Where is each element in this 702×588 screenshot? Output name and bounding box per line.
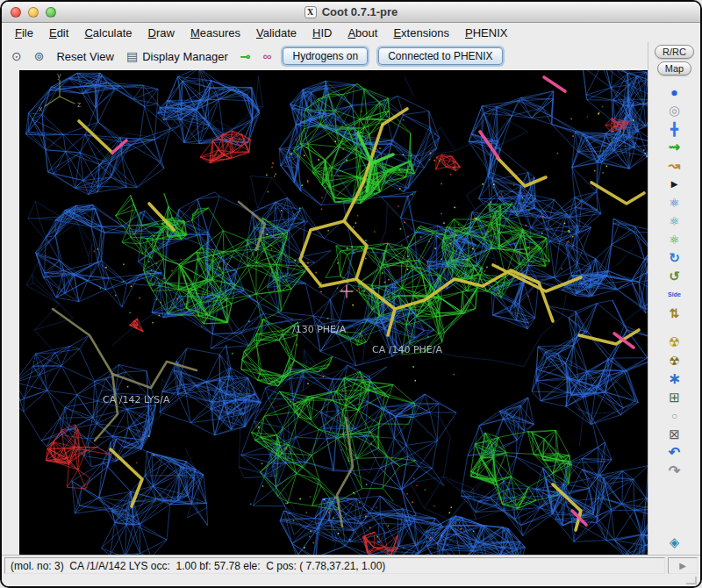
go-to-atom-icon: ⊸ xyxy=(240,50,251,62)
circled-ring-icon: ⊚ xyxy=(34,50,45,62)
circled-ring-icon-button[interactable]: ⊚ xyxy=(28,47,51,65)
menu-item-extensions[interactable]: Extensions xyxy=(385,25,457,41)
map-sphere-icon[interactable]: ● xyxy=(662,82,688,101)
connected-to-phenix-button[interactable]: Connected to PHENIX xyxy=(378,47,502,65)
menu-item-validate[interactable]: Validate xyxy=(248,25,304,41)
delete-item-icon[interactable]: ⊠ xyxy=(662,425,688,443)
mutate-icon[interactable]: ☢ xyxy=(662,333,688,351)
redo-icon[interactable]: ↷ xyxy=(662,462,688,480)
bottom-strip xyxy=(2,576,700,586)
real-space-refine-icon[interactable]: ⇝ xyxy=(662,138,688,156)
torsion-general-icon[interactable]: ↺ xyxy=(662,267,688,285)
map-button[interactable]: Map xyxy=(657,61,691,75)
canvas-row: /130 PHE/A CA /140 PHE/A CA /142 LYS/A xyxy=(2,70,648,555)
content-area: ⊙ ⊚ Reset View ▤ Display Manager ⊸ ∞ Hyd… xyxy=(2,42,700,555)
circled-dot-icon-button[interactable]: ⊙ xyxy=(5,47,28,65)
gl-canvas[interactable] xyxy=(19,70,648,555)
ligand-icon: ∞ xyxy=(263,50,272,62)
zoom-button[interactable] xyxy=(46,7,56,18)
menu-item-phenix[interactable]: PHENIX xyxy=(457,25,515,41)
menu-item-calculate[interactable]: Calculate xyxy=(76,25,140,41)
rotamers-icon[interactable]: ⚛ xyxy=(662,230,688,248)
left-gutter xyxy=(2,70,19,555)
window-controls xyxy=(11,7,56,18)
minimize-button[interactable] xyxy=(28,7,39,18)
menu-item-hid[interactable]: HID xyxy=(304,25,340,41)
window-title-area: X Coot 0.7.1-pre xyxy=(2,5,700,18)
add-alt-conf-icon[interactable]: ∗ xyxy=(662,369,688,388)
find-waters-icon[interactable]: ○ xyxy=(662,406,688,425)
atom-label-phe130: /130 PHE/A xyxy=(292,324,346,335)
hydrogens-toggle-button[interactable]: Hydrogens on xyxy=(283,47,368,65)
atom-label-lys142: CA /142 LYS/A xyxy=(103,394,170,405)
auto-fit-rotamer-icon[interactable]: ⚛ xyxy=(662,212,688,230)
menu-item-about[interactable]: About xyxy=(340,25,385,41)
undo-icon[interactable]: ↶ xyxy=(662,443,688,462)
atom-label-phe140: CA /140 PHE/A xyxy=(372,344,442,355)
display-manager-button[interactable]: ▤ Display Manager xyxy=(120,47,234,66)
screenshot-icon-button[interactable]: ◈ xyxy=(662,533,688,551)
modelling-icons-edit: ☢ ☢ ∗ ⊞ ○ ⊠ ↶ ↷ xyxy=(662,333,688,480)
close-button[interactable] xyxy=(11,7,21,18)
right-panel: R/RC Map ● ◎ ╋ ⇝ ↝ ▶ xyxy=(648,42,700,555)
add-atom-icon[interactable]: ⊞ xyxy=(662,388,688,406)
x11-icon: X xyxy=(304,6,317,18)
resize-grip[interactable] xyxy=(686,577,697,584)
edit-chi-angles-icon[interactable]: ↻ xyxy=(662,248,688,267)
display-manager-label: Display Manager xyxy=(142,50,228,63)
ligand-button[interactable]: ∞ xyxy=(257,47,278,65)
rrc-button[interactable]: R/RC xyxy=(655,45,694,59)
side-chain-flip-icon[interactable]: Side xyxy=(662,285,688,304)
move-axes-icon[interactable]: ╋ xyxy=(662,119,688,138)
main-column: ⊙ ⊚ Reset View ▤ Display Manager ⊸ ∞ Hyd… xyxy=(2,42,648,555)
main-toolbar: ⊙ ⊚ Reset View ▤ Display Manager ⊸ ∞ Hyd… xyxy=(2,42,648,70)
modelling-icons-main: ● ◎ ╋ ⇝ ↝ ▶ ⚛ ⚛ xyxy=(662,82,688,322)
display-manager-icon: ▤ xyxy=(126,50,138,62)
status-text: (mol. no: 3) CA /1/A/142 LYS occ: 1.00 b… xyxy=(4,557,665,574)
menu-item-edit[interactable]: Edit xyxy=(41,25,76,41)
menu-item-file[interactable]: File xyxy=(7,25,41,41)
reset-view-button[interactable]: Reset View xyxy=(50,47,120,66)
title-bar[interactable]: X Coot 0.7.1-pre xyxy=(2,2,700,23)
simple-mutate-icon[interactable]: ☢ xyxy=(662,351,688,369)
menu-item-measures[interactable]: Measures xyxy=(183,25,248,41)
window-title: Coot 0.7.1-pre xyxy=(322,5,398,18)
status-bar: (mol. no: 3) CA /1/A/142 LYS occ: 1.00 b… xyxy=(2,555,700,576)
menu-bar: File Edit Calculate Draw Measures Valida… xyxy=(2,23,700,42)
coot-window: X Coot 0.7.1-pre File Edit Calculate Dra… xyxy=(0,0,702,588)
circled-dot-icon: ⊙ xyxy=(11,50,22,62)
gl-viewport: /130 PHE/A CA /140 PHE/A CA /142 LYS/A xyxy=(19,70,648,555)
rotate-translate-icon[interactable]: ⚛ xyxy=(662,193,688,212)
screenshot-icon: ◈ xyxy=(670,535,680,549)
expander-icon: ▶ xyxy=(679,561,686,570)
regularize-zone-icon[interactable]: ↝ xyxy=(662,156,688,175)
modelling-toolbar: ● ◎ ╋ ⇝ ↝ ▶ ⚛ ⚛ xyxy=(648,82,700,555)
status-expander-button[interactable]: ▶ xyxy=(668,557,698,574)
reset-view-label: Reset View xyxy=(56,50,114,63)
flip-peptide-icon[interactable]: ⇅ xyxy=(662,304,688,322)
pointer-icon[interactable]: ▶ xyxy=(662,175,688,193)
menu-item-draw[interactable]: Draw xyxy=(140,25,183,41)
wire-globe-icon[interactable]: ◎ xyxy=(662,101,688,119)
go-to-atom-button[interactable]: ⊸ xyxy=(234,47,257,65)
